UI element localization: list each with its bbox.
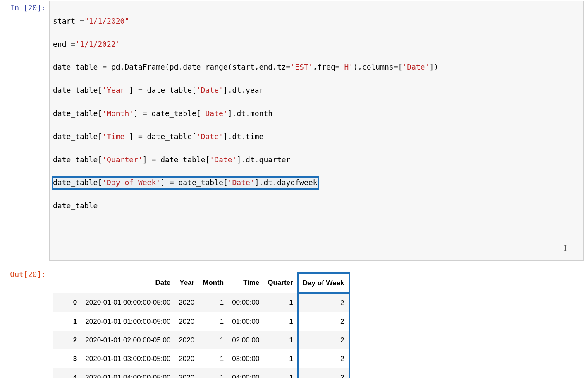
- row-index: 3: [53, 349, 81, 368]
- col-header-quarter: Quarter: [263, 273, 298, 293]
- cell-year: 2020: [174, 293, 198, 312]
- output-area: Date Year Month Time Quarter Day of Week…: [48, 267, 588, 378]
- cell-month: 1: [198, 349, 228, 368]
- col-header-index: [53, 273, 81, 293]
- text-cursor-icon: I: [564, 242, 567, 255]
- row-index: 2: [53, 331, 81, 349]
- dataframe-table: Date Year Month Time Quarter Day of Week…: [53, 272, 350, 378]
- cell-month: 1: [198, 368, 228, 378]
- table-row: 22020-01-01 02:00:00-05:002020102:00:001…: [53, 331, 349, 349]
- col-header-month: Month: [198, 273, 228, 293]
- table-row: 42020-01-01 04:00:00-05:002020104:00:001…: [53, 368, 349, 378]
- cell-year: 2020: [174, 349, 198, 368]
- col-header-date: Date: [81, 273, 174, 293]
- cell-year: 2020: [174, 368, 198, 378]
- cell-quarter: 1: [263, 368, 298, 378]
- col-header-time: Time: [228, 273, 263, 293]
- cell-date: 2020-01-01 00:00:00-05:00: [81, 293, 174, 312]
- cell-month: 1: [198, 331, 228, 349]
- cell-quarter: 1: [263, 293, 298, 312]
- cell-date: 2020-01-01 04:00:00-05:00: [81, 368, 174, 378]
- cell-dow: 2: [298, 312, 349, 331]
- cell-year: 2020: [174, 312, 198, 331]
- cell-year: 2020: [174, 331, 198, 349]
- output-cell: Out[20]: Date Year Month Time Quarter Da…: [0, 267, 588, 378]
- out-prompt: Out[20]:: [0, 267, 48, 378]
- cell-dow: 2: [298, 293, 349, 312]
- table-row: 02020-01-01 00:00:00-05:002020100:00:001…: [53, 293, 349, 312]
- col-header-year: Year: [174, 273, 198, 293]
- cell-date: 2020-01-01 03:00:00-05:00: [81, 349, 174, 368]
- table-row: 12020-01-01 01:00:00-05:002020101:00:001…: [53, 312, 349, 331]
- in-prompt: In [20]:: [0, 0, 48, 262]
- cell-dow: 2: [298, 331, 349, 349]
- cell-time: 04:00:00: [228, 368, 263, 378]
- cell-quarter: 1: [263, 349, 298, 368]
- col-header-dayofweek: Day of Week: [298, 273, 349, 293]
- cell-time: 03:00:00: [228, 349, 263, 368]
- cell-time: 00:00:00: [228, 293, 263, 312]
- cell-time: 01:00:00: [228, 312, 263, 331]
- input-cell: In [20]: start ="1/1/2020" end ='1/1/202…: [0, 0, 588, 262]
- cell-month: 1: [198, 312, 228, 331]
- cell-quarter: 1: [263, 331, 298, 349]
- cell-time: 02:00:00: [228, 331, 263, 349]
- cell-month: 1: [198, 293, 228, 312]
- cell-dow: 2: [298, 368, 349, 378]
- cell-quarter: 1: [263, 312, 298, 331]
- table-header-row: Date Year Month Time Quarter Day of Week: [53, 273, 349, 293]
- cell-dow: 2: [298, 349, 349, 368]
- row-index: 0: [53, 293, 81, 312]
- row-index: 1: [53, 312, 81, 331]
- row-index: 4: [53, 368, 81, 378]
- cell-date: 2020-01-01 02:00:00-05:00: [81, 331, 174, 349]
- code-editor[interactable]: start ="1/1/2020" end ='1/1/2022' date_t…: [49, 1, 584, 261]
- cell-date: 2020-01-01 01:00:00-05:00: [81, 312, 174, 331]
- table-row: 32020-01-01 03:00:00-05:002020103:00:001…: [53, 349, 349, 368]
